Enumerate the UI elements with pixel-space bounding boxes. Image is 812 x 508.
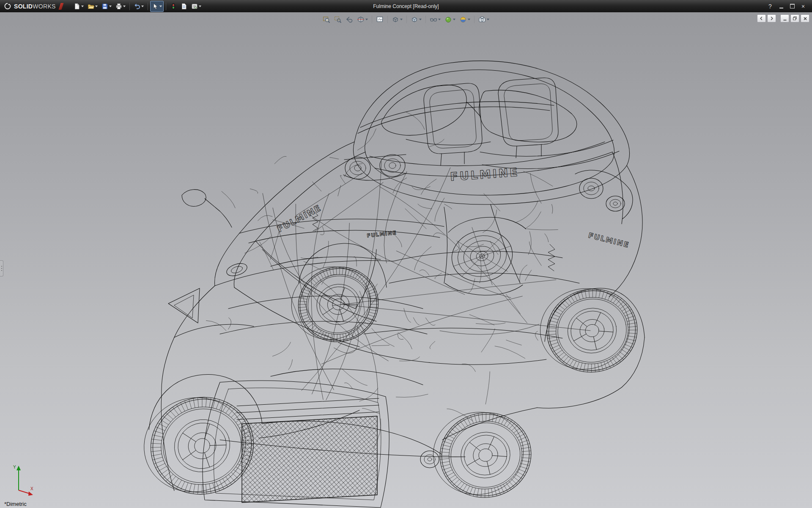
wheels <box>133 257 644 508</box>
zoom-to-fit-icon <box>323 16 330 23</box>
model-text-body: FULMINE <box>450 166 519 183</box>
3d-drawing-view-button[interactable] <box>374 14 385 25</box>
doc-restore-button[interactable] <box>790 14 799 22</box>
select-button[interactable] <box>150 1 164 12</box>
apply-scene-icon <box>459 16 467 23</box>
title-bar: SOLIDWORKS Fulmine Concept [Read-only] ?… <box>0 0 812 12</box>
file-properties-button[interactable] <box>179 1 189 12</box>
wireframe-detail-lines <box>206 112 558 449</box>
previous-view-icon <box>346 16 353 23</box>
restore-button[interactable] <box>787 2 797 11</box>
apply-scene-button[interactable] <box>458 14 472 25</box>
options-icon <box>191 3 198 10</box>
doc-close-icon <box>803 17 807 21</box>
pane-back-icon <box>759 16 764 21</box>
window-controls: ? × <box>765 2 812 11</box>
display-style-icon <box>411 16 418 23</box>
open-button[interactable] <box>86 1 99 12</box>
toolbar-separator <box>406 16 407 23</box>
dropdown-caret-icon <box>487 19 489 20</box>
view-settings-icon <box>478 16 486 23</box>
dropdown-caret-icon <box>199 6 201 7</box>
new-document-icon <box>74 3 80 10</box>
toolbar-separator <box>372 16 372 23</box>
toolbar-separator <box>129 3 130 10</box>
print-icon <box>115 3 122 10</box>
edit-appearance-button[interactable] <box>443 14 457 25</box>
app-logo: SOLIDWORKS <box>0 0 66 12</box>
toolbar-separator <box>166 3 166 10</box>
options-button[interactable] <box>189 1 203 12</box>
help-icon: ? <box>768 3 772 10</box>
zoom-to-area-button[interactable] <box>332 14 343 25</box>
pane-back-button[interactable] <box>757 14 766 22</box>
dropdown-caret-icon <box>141 6 144 7</box>
model-text-cowl: FULMINE <box>367 230 397 239</box>
toolbar-separator <box>148 3 148 10</box>
dropdown-caret-icon <box>81 6 84 7</box>
view-orientation-label: *Dimetric <box>4 501 27 507</box>
dropdown-caret-icon <box>400 19 403 20</box>
minimize-button[interactable] <box>776 2 786 11</box>
dropdown-caret-icon <box>365 19 368 20</box>
featuremanager-splitter[interactable] <box>0 260 3 276</box>
zoom-to-fit-button[interactable] <box>321 14 332 25</box>
section-view-icon <box>357 16 365 23</box>
new-document-button[interactable] <box>72 1 85 12</box>
hide-show-items-button[interactable] <box>428 14 442 25</box>
model-wireframe: FULMINE FULMINE FULMINE FULMINE <box>0 12 812 508</box>
doc-minimize-icon <box>783 17 787 21</box>
hide-show-items-icon <box>430 16 437 23</box>
dropdown-caret-icon <box>453 19 455 20</box>
orientation-triad[interactable]: Y X <box>4 462 36 498</box>
x-axis <box>19 490 30 494</box>
rebuild-stoplight-icon <box>170 3 177 10</box>
pane-forward-icon <box>769 16 774 21</box>
pane-forward-button[interactable] <box>767 14 776 22</box>
heads-up-view-toolbar <box>321 14 491 25</box>
logo-accent-icon <box>58 3 63 10</box>
graphics-area[interactable]: FULMINE FULMINE FULMINE FULMINE Y X *Dim… <box>0 12 812 508</box>
view-orientation-button[interactable] <box>390 14 404 25</box>
x-axis-label: X <box>30 486 33 491</box>
display-style-button[interactable] <box>409 14 423 25</box>
dropdown-caret-icon <box>95 6 98 7</box>
minimize-icon <box>779 8 783 8</box>
dropdown-caret-icon <box>123 6 126 7</box>
save-button[interactable] <box>100 1 113 12</box>
open-icon <box>88 3 94 10</box>
model-text-rear: FULMINE <box>587 231 630 249</box>
restore-icon <box>790 4 795 8</box>
print-button[interactable] <box>114 1 127 12</box>
y-axis-label: Y <box>13 465 16 469</box>
main-toolbar <box>72 1 203 12</box>
doc-restore-icon <box>793 16 797 21</box>
undo-button[interactable] <box>132 1 145 12</box>
dropdown-caret-icon <box>419 19 422 20</box>
undo-icon <box>134 3 140 10</box>
dropdown-caret-icon <box>438 19 441 20</box>
doc-close-button[interactable] <box>801 14 809 22</box>
3ds-logo-icon <box>3 3 12 10</box>
help-button[interactable]: ? <box>765 2 775 11</box>
rebuild-stoplight-button[interactable] <box>168 1 178 12</box>
x-axis-arrow-icon <box>28 491 33 496</box>
app-name: SOLIDWORKS <box>14 3 56 10</box>
3d-drawing-view-icon <box>376 16 384 23</box>
close-button[interactable]: × <box>798 2 808 11</box>
zoom-to-area-icon <box>334 16 342 23</box>
doc-minimize-button[interactable] <box>780 14 789 22</box>
select-icon <box>152 3 159 10</box>
toolbar-separator <box>474 16 475 23</box>
edit-appearance-icon <box>444 16 452 23</box>
view-settings-button[interactable] <box>477 14 491 25</box>
previous-view-button[interactable] <box>344 14 355 25</box>
close-icon: × <box>801 3 805 10</box>
document-window-controls <box>757 14 809 22</box>
toolbar-separator <box>425 16 426 23</box>
toolbar-separator <box>777 14 779 22</box>
section-view-button[interactable] <box>355 14 370 25</box>
save-icon <box>102 3 108 10</box>
toolbar-separator <box>387 16 388 23</box>
dropdown-caret-icon <box>159 6 162 7</box>
